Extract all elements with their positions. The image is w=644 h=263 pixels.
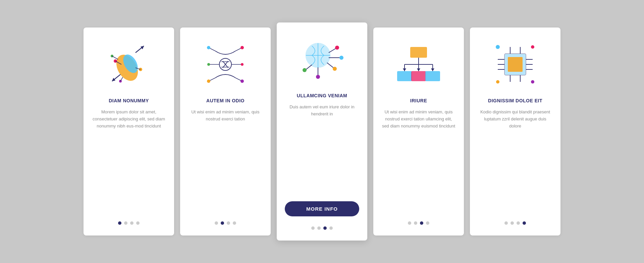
card-1-dots <box>118 221 140 227</box>
card-2-title: AUTEM IN ODIO <box>206 98 245 103</box>
svg-point-68 <box>496 45 500 49</box>
svg-point-39 <box>335 46 339 50</box>
card-4-dots <box>408 221 429 227</box>
card-3-text: Duis autem vel eum iriure dolor in hendr… <box>285 104 359 195</box>
card-2-dots <box>215 221 236 227</box>
dot[interactable] <box>233 221 236 225</box>
svg-point-41 <box>333 67 337 71</box>
card-1-title: DIAM NONUMMY <box>109 98 149 103</box>
dot[interactable] <box>408 221 411 225</box>
dot[interactable] <box>221 221 224 225</box>
svg-line-13 <box>112 56 118 59</box>
dot[interactable] <box>511 221 514 225</box>
dot[interactable] <box>323 226 327 230</box>
svg-point-43 <box>303 68 307 72</box>
dot[interactable] <box>215 221 218 225</box>
svg-point-70 <box>496 80 499 84</box>
card-5-text: Kodio dignissim qui blandit praesent lup… <box>478 109 552 215</box>
svg-point-28 <box>241 63 244 66</box>
card-2-text: Ut wisi enim ad minim veniam, quis nostr… <box>188 109 263 215</box>
more-info-button[interactable]: MORE INFO <box>285 201 359 216</box>
cards-container: DIAM NONUMMY Morem ipsum dolor sit amet,… <box>70 9 574 254</box>
svg-point-22 <box>240 46 244 49</box>
dot[interactable] <box>517 221 520 225</box>
svg-point-69 <box>531 45 534 49</box>
card-4-icon <box>392 38 445 91</box>
card-3: ULLAMCING VENIAM Duis autem vel eum iriu… <box>277 22 367 241</box>
svg-marker-50 <box>403 68 406 71</box>
card-3-icon <box>295 33 349 86</box>
svg-marker-3 <box>141 46 144 49</box>
svg-rect-53 <box>397 71 412 81</box>
card-1-icon <box>102 38 156 91</box>
card-2: AUTEM IN ODIO Ut wisi enim ad minim veni… <box>180 28 271 235</box>
svg-marker-5 <box>112 78 115 81</box>
svg-point-26 <box>207 63 210 66</box>
dot[interactable] <box>329 226 333 230</box>
card-2-icon <box>199 38 252 91</box>
dot[interactable] <box>414 221 417 225</box>
dot[interactable] <box>227 221 230 225</box>
card-5: DIGNISSIM DOLOE EIT Kodio dignissim qui … <box>470 28 560 235</box>
svg-point-21 <box>207 46 210 49</box>
dot[interactable] <box>420 221 423 225</box>
card-4-title: IRIURE <box>410 98 427 103</box>
svg-marker-51 <box>417 68 420 71</box>
dot[interactable] <box>118 221 121 225</box>
svg-point-23 <box>207 80 210 83</box>
card-5-icon <box>488 38 542 91</box>
dot[interactable] <box>504 221 508 225</box>
svg-point-24 <box>240 80 244 83</box>
dot[interactable] <box>426 221 429 225</box>
svg-point-40 <box>339 56 343 60</box>
card-4-text: Ut wisi enim ad minim veniam, quis nostr… <box>381 109 456 215</box>
svg-point-71 <box>531 80 534 84</box>
svg-rect-55 <box>425 71 440 81</box>
dot[interactable] <box>311 226 315 230</box>
dot[interactable] <box>124 221 127 225</box>
card-5-title: DIGNISSIM DOLOE EIT <box>488 98 542 103</box>
svg-rect-44 <box>410 47 427 58</box>
svg-rect-57 <box>508 57 523 72</box>
svg-point-42 <box>316 75 320 79</box>
card-3-title: ULLAMCING VENIAM <box>297 93 347 98</box>
dot[interactable] <box>523 221 526 225</box>
svg-marker-52 <box>431 68 434 71</box>
dot[interactable] <box>317 226 321 230</box>
card-3-dots <box>311 226 333 232</box>
card-1-text: Morem ipsum dolor sit amet, consectetuer… <box>92 109 166 215</box>
card-1: DIAM NONUMMY Morem ipsum dolor sit amet,… <box>84 28 174 235</box>
dot[interactable] <box>130 221 133 225</box>
svg-rect-54 <box>411 71 426 81</box>
card-5-dots <box>504 221 526 227</box>
dot[interactable] <box>136 221 140 225</box>
card-4: IRIURE Ut wisi enim ad minim veniam, qui… <box>373 28 464 235</box>
